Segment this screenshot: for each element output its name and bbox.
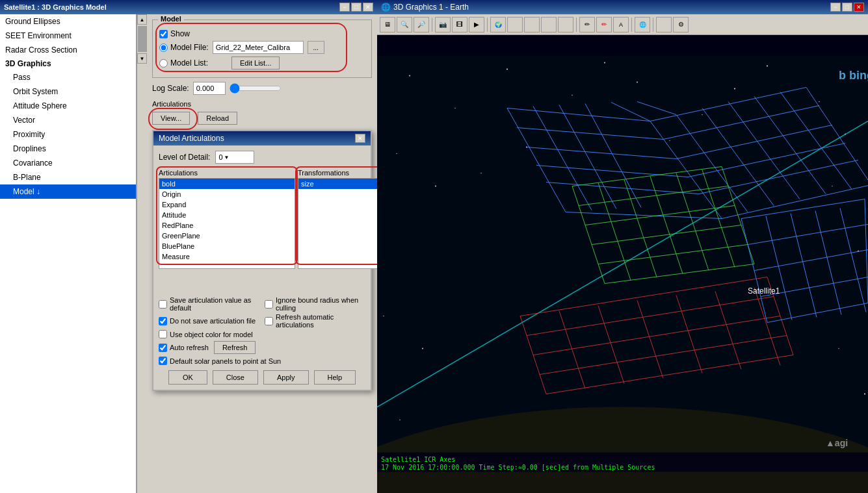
articulation-item-redplane[interactable]: RedPlane [159, 220, 295, 231]
toolbar-btn-1[interactable]: 🖥 [380, 17, 395, 32]
auto-refresh-checkbox[interactable]: Auto refresh [159, 344, 209, 352]
svg-point-23 [734, 88, 735, 90]
sidebar: Ground Ellipses SEET Environment Radar C… [0, 14, 137, 493]
right-minimize-button[interactable]: − [830, 3, 841, 12]
right-close-button[interactable]: ✕ [854, 3, 864, 12]
toolbar-globe-btn[interactable]: 🌐 [635, 17, 650, 32]
sidebar-item-proximity[interactable]: Proximity [0, 127, 136, 142]
sidebar-scrollbar[interactable]: ▲ ▼ [137, 14, 147, 493]
transformations-list-wrapper: Transformations size [298, 169, 377, 269]
sidebar-item-ground-ellipses[interactable]: Ground Ellipses [0, 14, 136, 29]
sidebar-item-droplines[interactable]: Droplines [0, 142, 136, 156]
save-articulation-checkbox[interactable]: Save articulation value as default [159, 296, 259, 312]
right-maximize-button[interactable]: □ [842, 3, 852, 12]
close-dialog-button[interactable]: Close [213, 370, 258, 385]
sidebar-item-model[interactable]: Model ↓ [0, 184, 136, 199]
maximize-button[interactable]: □ [351, 3, 362, 12]
svg-point-5 [637, 82, 638, 83]
sidebar-item-vector[interactable]: Vector [0, 113, 136, 127]
default-solar-panels-checkbox[interactable]: Default solar panels to point at Sun [159, 357, 365, 365]
toolbar-btn-4[interactable]: 📷 [435, 17, 451, 32]
show-checkbox[interactable] [159, 30, 168, 38]
refresh-automatic-checkbox[interactable]: Refresh automatic articulations [265, 313, 365, 329]
svg-point-11 [435, 186, 436, 187]
scroll-down-arrow[interactable]: ▼ [137, 53, 147, 64]
edit-list-button[interactable]: Edit List... [231, 57, 280, 70]
lod-dropdown[interactable]: 0 ▼ [215, 151, 254, 164]
sidebar-item-bplane[interactable]: B-Plane [0, 170, 136, 184]
toolbar-btn-11[interactable] [558, 17, 573, 32]
model-list-radio[interactable] [159, 59, 168, 68]
sidebar-item-pass[interactable]: Pass [0, 70, 136, 84]
articulations-listbox[interactable]: bold Origin Expand Attitude RedPlane Gre… [159, 178, 295, 269]
show-checkbox-label[interactable]: Show [159, 29, 190, 38]
articulation-item-measure[interactable]: Measure [159, 251, 295, 262]
ignore-bound-radius-checkbox[interactable]: Ignore bound radius when culling [265, 296, 365, 312]
dialog-title-text: Model Articulations [159, 134, 224, 143]
svg-text:b bing: b bing [839, 69, 868, 82]
scroll-up-arrow[interactable]: ▲ [137, 14, 147, 25]
log-scale-slider[interactable] [230, 83, 282, 94]
log-scale-input[interactable] [193, 82, 226, 95]
toolbar-btn-7[interactable]: 🌍 [490, 17, 506, 32]
close-button[interactable]: ✕ [363, 3, 373, 12]
toolbar-separator-5 [653, 18, 653, 32]
use-object-color-checkbox[interactable]: Use object color for model [159, 330, 259, 338]
articulation-item-bold[interactable]: bold [159, 179, 295, 189]
svg-text:Satellite1: Satellite1 [748, 286, 780, 296]
help-button[interactable]: Help [314, 370, 356, 385]
svg-point-12 [480, 173, 482, 174]
svg-point-1 [409, 75, 410, 77]
toolbar-pencil-btn[interactable]: ✏ [579, 17, 595, 32]
articulation-item-bluepl[interactable]: BluePlane [159, 241, 295, 251]
toolbar-eraser-btn[interactable]: ✏ [596, 17, 612, 32]
minimize-button[interactable]: − [339, 3, 350, 12]
articulation-item-attitude[interactable]: Attitude [159, 210, 295, 220]
browse-button[interactable]: ... [308, 41, 324, 54]
left-window-title: Satellite1 : 3D Graphics Model [4, 3, 107, 11]
apply-button[interactable]: Apply [263, 370, 309, 385]
transformations-listbox[interactable]: size [298, 178, 377, 269]
articulations-col-header: Articulations [159, 169, 295, 177]
toolbar-settings-btn[interactable]: ⚙ [673, 17, 689, 32]
dialog-title-bar: Model Articulations ✕ [153, 131, 371, 145]
svg-text:Satellite1 ICR Axes: Satellite1 ICR Axes [381, 456, 455, 463]
sidebar-item-covariance[interactable]: Covariance [0, 156, 136, 170]
toolbar-btn-9[interactable] [524, 17, 540, 32]
toolbar-separator-3 [576, 18, 577, 32]
sidebar-item-orbit[interactable]: Orbit System [0, 84, 136, 99]
refresh-button[interactable]: Refresh [214, 341, 256, 354]
svg-point-20 [399, 420, 401, 421]
svg-point-2 [454, 108, 456, 109]
globe-icon: 🌐 [381, 3, 391, 12]
ok-button[interactable]: OK [168, 370, 207, 385]
toolbar-btn-5[interactable]: 🎞 [452, 17, 467, 32]
articulations-buttons: View... Reload [152, 112, 372, 125]
reload-button[interactable]: Reload [198, 112, 237, 125]
toolbar-btn-8[interactable] [507, 17, 523, 32]
toolbar-separator-4 [631, 18, 632, 32]
model-file-input[interactable] [213, 41, 304, 54]
articulation-item-greenplane[interactable]: GreenPlane [159, 231, 295, 241]
toolbar-btn-10[interactable] [541, 17, 557, 32]
toolbar-text-btn[interactable]: A [613, 17, 629, 32]
toolbar-btn-6[interactable]: ▶ [469, 17, 484, 32]
toolbar-btn-2[interactable]: 🔍 [397, 17, 412, 32]
sidebar-item-attitude[interactable]: Attitude Sphere [0, 99, 136, 113]
view-button[interactable]: View... [152, 112, 190, 125]
do-not-save-checkbox[interactable]: Do not save articulation file [159, 313, 259, 329]
sidebar-item-seet[interactable]: SEET Environment [0, 29, 136, 43]
svg-point-21 [604, 62, 605, 64]
articulations-section: Articulations View... Reload [152, 100, 372, 125]
transformation-item-size[interactable]: size [298, 179, 377, 189]
dialog-close-button[interactable]: ✕ [355, 134, 365, 143]
articulation-item-origin[interactable]: Origin [159, 189, 295, 199]
scroll-thumb[interactable] [138, 26, 147, 52]
svg-point-4 [572, 95, 573, 96]
toolbar-btn-3[interactable]: 🔎 [414, 17, 429, 32]
sidebar-item-radar[interactable]: Radar Cross Section [0, 43, 136, 57]
model-file-radio[interactable] [159, 44, 168, 52]
articulation-item-expand[interactable]: Expand [159, 199, 295, 210]
columns-area: Articulations bold Origin Expand Attitud… [159, 169, 365, 291]
toolbar-extra-btn[interactable] [656, 17, 672, 32]
